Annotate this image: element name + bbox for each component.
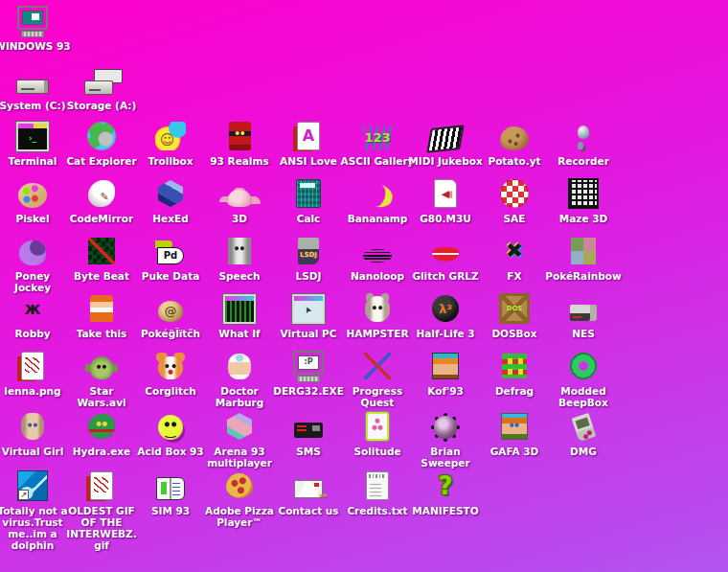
monitor-frame — [17, 6, 48, 30]
desktop-icon-system-c[interactable]: System (C:) — [0, 63, 68, 111]
progress-quest-icon — [364, 349, 391, 383]
desktop-icon-potato-yt[interactable]: Potato.yt — [479, 119, 550, 167]
contact-us-glyph: ✏ — [319, 491, 328, 501]
desktop-icon-brian-sweeper[interactable]: Brian Sweeper — [410, 409, 481, 469]
desktop-icon-corglitch[interactable]: Corglitch — [135, 349, 206, 397]
desktop-icon-robby[interactable]: жRobby — [0, 291, 68, 339]
desktop-icon-manifesto[interactable]: ?MANIFESTO — [410, 469, 481, 516]
desktop-icon-ansi-love[interactable]: AANSI Love — [273, 119, 344, 167]
desktop-icon-lenna-png[interactable]: lenna.png — [0, 349, 68, 397]
desktop-icon-codemirror[interactable]: ✎CodeMirror — [66, 176, 137, 224]
sms-icon — [294, 409, 323, 444]
lsdj-art: LSDJ — [298, 238, 319, 264]
desktop-icon-maze-3d[interactable]: Maze 3D — [548, 176, 619, 224]
desktop-icon-derg32-exe[interactable]: :PDERG32.EXE — [273, 349, 344, 397]
desktop-icon-sae[interactable]: SAE — [479, 176, 550, 224]
derg32-exe-icon: :P — [293, 349, 324, 383]
desktop-icon-modded-beepbox[interactable]: Modded BeepBox — [548, 349, 619, 408]
desktop-icon-puke-data[interactable]: PdPuke Data — [135, 234, 206, 282]
desktop-icon-93-realms[interactable]: 93 Realms — [204, 119, 275, 167]
nes-icon — [570, 291, 597, 326]
monitor-screen: :P — [298, 355, 319, 370]
half-life-3-art: λ³ — [432, 295, 459, 322]
desktop-icon-gafa-3d[interactable]: GAFA 3D — [479, 409, 550, 457]
ansi-love-art: A — [297, 122, 320, 150]
desktop-icon-oldest-gif[interactable]: OLDEST GIF OF THE INTERWEBZ. gif — [66, 469, 137, 551]
desktop-icon-doctor-marburg[interactable]: Doctor Marburg — [204, 349, 275, 408]
kof93-icon — [432, 349, 459, 383]
desktop-icon-glitch-grlz[interactable]: Glitch GRLZ — [410, 234, 481, 282]
window-frame — [223, 294, 256, 324]
desktop-icon-poney-jockey[interactable]: Poney Jockey — [0, 234, 68, 293]
desktop-icon-dmg[interactable]: DMG — [548, 409, 619, 457]
desktop-icon-hydra-exe[interactable]: Hydra.exe — [66, 409, 137, 457]
glitch-grlz-art — [432, 247, 459, 262]
desktop-icon-g80-m3u[interactable]: ◀G80.M3U — [410, 176, 481, 224]
codemirror-glyph: ✎ — [100, 192, 108, 202]
dolphin-virus-icon: ↗ — [17, 469, 48, 503]
desktop-icon-lsdj[interactable]: LSDJLSDJ — [273, 234, 344, 282]
doctor-marburg-art — [228, 354, 251, 379]
desktop-icon-take-this[interactable]: Take this — [66, 291, 137, 339]
cat-explorer-icon — [87, 119, 116, 153]
desktop-icon-pokeglitch[interactable]: @Pokég̈l̃ïtc̃h — [135, 291, 206, 339]
bananamp-icon — [362, 176, 393, 211]
hydra-exe-art — [88, 414, 115, 439]
midi-jukebox-icon — [429, 119, 462, 153]
desktop-icon-solitude[interactable]: Solitude — [342, 409, 413, 457]
desktop-icon-fx[interactable]: ✖FX — [479, 234, 550, 282]
dosbox-glyph: DOS — [507, 306, 523, 312]
desktop-icon-nes[interactable]: NES — [548, 291, 619, 339]
piskel-icon — [18, 176, 47, 211]
desktop-icon-star-wars-avi[interactable]: Star Wars.avi — [66, 349, 137, 408]
desktop-icon-trollbox[interactable]: ☺Trollbox — [135, 119, 206, 167]
acid-box-93-icon: ‿ — [158, 409, 183, 444]
desktop-icon-sim-93[interactable]: SIM 93 — [135, 469, 206, 516]
desktop-icon-recorder[interactable]: Recorder — [548, 119, 619, 167]
desktop-icon-defrag[interactable]: Defrag — [479, 349, 550, 397]
pokeglitch-art: @ — [158, 301, 183, 322]
monitor-base — [21, 31, 44, 37]
desktop-icon-calc[interactable]: Calc — [273, 176, 344, 224]
desktop-icon-progress-quest[interactable]: Progress Quest — [342, 349, 413, 408]
desktop-icon-kof93[interactable]: Kof'93 — [410, 349, 481, 397]
desktop-icon-speech[interactable]: Speech — [204, 234, 275, 282]
desktop-icon-piskel[interactable]: Piskel — [0, 176, 68, 224]
fx-art: ✖ — [500, 237, 529, 265]
hexed-art — [158, 180, 183, 207]
desktop-icon-bananamp[interactable]: Bananamp — [342, 176, 413, 224]
desktop-icon-acid-box-93[interactable]: ‿Acid Box 93 — [135, 409, 206, 457]
desktop-icon-windows-93[interactable]: WINDOWS 93 — [0, 4, 68, 52]
desktop-icon-nanoloop[interactable]: Nanoloop — [342, 234, 413, 282]
desktop-icon-storage-a[interactable]: Storage (A:) — [66, 63, 137, 111]
desktop-icon-3d[interactable]: 3D — [204, 176, 275, 224]
desktop-icon-dosbox[interactable]: DOSDOSBox — [479, 291, 550, 339]
desktop-icon-cat-explorer[interactable]: Cat Explorer — [66, 119, 137, 167]
desktop-icon-hexed[interactable]: HexEd — [135, 176, 206, 224]
desktop-icon-adobe-pizza-player[interactable]: Adobe Pizza Player™ — [204, 469, 275, 528]
desktop-icon-contact-us[interactable]: ✏Contact us — [273, 469, 344, 516]
desktop-icon-hampster[interactable]: HAMPSTER — [342, 291, 413, 339]
desktop-icon-pokerainbow[interactable]: PokéRainbow — [548, 234, 619, 282]
icon-label: MANIFESTO — [403, 505, 488, 516]
desktop-icon-ascii-gallery[interactable]: 123ASCII Gallery — [342, 119, 413, 167]
icon-label: NES — [541, 328, 626, 339]
desktop-icon-virtual-girl[interactable]: Virtual Girl — [0, 409, 68, 457]
calc-icon — [296, 176, 321, 211]
3d-icon — [227, 176, 252, 211]
desktop-icon-terminal[interactable]: ›_Terminal — [0, 119, 68, 167]
virtual-girl-icon — [21, 409, 44, 444]
desktop-icon-byte-beat[interactable]: Byte Beat — [66, 234, 137, 282]
desktop-icon-sms[interactable]: SMS — [273, 409, 344, 457]
desktop-icon-midi-jukebox[interactable]: MIDI Jukebox — [410, 119, 481, 167]
desktop-icon-dolphin-virus[interactable]: ↗Totally not a virus.Trust me..im a dolp… — [0, 469, 68, 551]
manifesto-icon: ? — [431, 469, 460, 503]
desktop-icon-virtual-pc[interactable]: ➤Virtual PC — [273, 291, 344, 339]
sim-93-art — [156, 477, 185, 500]
desktop-icon-what-if[interactable]: What If — [204, 291, 275, 339]
adobe-pizza-player-icon — [226, 469, 253, 503]
desktop-icon-arena-93[interactable]: Arena 93 multiplayer — [204, 409, 275, 469]
desktop-icon-half-life-3[interactable]: λ³Half-Life 3 — [410, 291, 481, 339]
icon-label: WINDOWS 93 — [0, 40, 75, 52]
desktop-icon-credits-txt[interactable]: Credits.txt — [342, 469, 413, 516]
